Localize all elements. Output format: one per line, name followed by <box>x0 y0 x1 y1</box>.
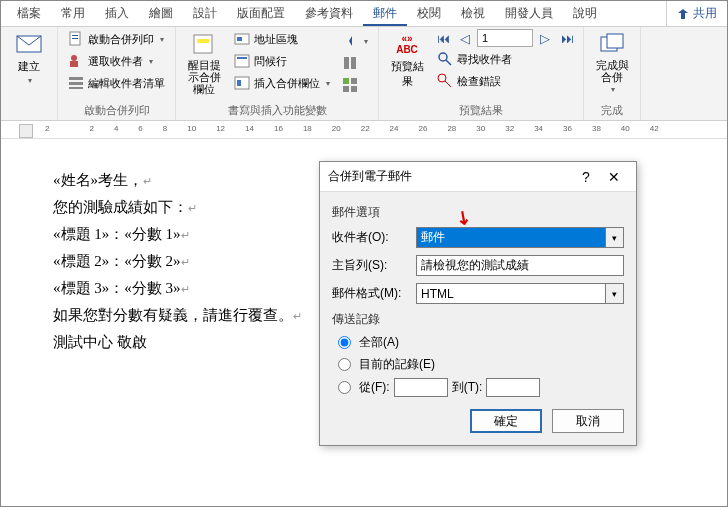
svg-rect-17 <box>344 57 349 69</box>
group-finish: 完成與合併 ▾ 完成 <box>584 27 641 120</box>
rules-button[interactable]: ▾ <box>338 31 372 51</box>
share-label: 共用 <box>693 5 717 22</box>
share-button[interactable]: 共用 <box>666 1 727 26</box>
group-start-merge: 啟動合併列印▾ 選取收件者▾ 編輯收件者清單 啟動合併列印 <box>58 27 176 120</box>
update-icon <box>342 77 358 93</box>
address-block-button[interactable]: 地址區塊 <box>230 29 334 49</box>
svg-rect-21 <box>343 86 349 92</box>
svg-rect-18 <box>351 57 356 69</box>
svg-rect-2 <box>72 35 78 36</box>
tab-insert[interactable]: 插入 <box>95 1 139 26</box>
address-icon <box>234 31 250 47</box>
btn-label: 問候行 <box>254 54 287 69</box>
tab-layout[interactable]: 版面配置 <box>227 1 295 26</box>
radio-all[interactable]: 全部(A) <box>338 334 624 351</box>
svg-rect-13 <box>235 55 249 67</box>
record-number-input[interactable] <box>477 29 533 47</box>
finish-icon <box>598 31 626 57</box>
group-label: 預覽結果 <box>385 103 577 120</box>
subject-label: 主旨列(S): <box>332 257 410 274</box>
create-button[interactable]: 建立 ▾ <box>7 29 51 87</box>
tab-file[interactable]: 檔案 <box>7 1 51 26</box>
people-icon <box>68 53 84 69</box>
create-label: 建立 <box>18 59 40 74</box>
preview-results-button[interactable]: «»ABC 預覽結果 <box>385 29 429 91</box>
svg-rect-3 <box>72 38 78 39</box>
match-fields-button[interactable] <box>338 53 372 73</box>
radio-current[interactable]: 目前的記錄(E) <box>338 356 624 373</box>
cancel-button[interactable]: 取消 <box>552 409 624 433</box>
ok-button[interactable]: 確定 <box>470 409 542 433</box>
dialog-title: 合併到電子郵件 <box>328 168 572 185</box>
svg-rect-26 <box>607 34 623 48</box>
finish-merge-button[interactable]: 完成與合併 ▾ <box>590 29 634 96</box>
tab-draw[interactable]: 繪圖 <box>139 1 183 26</box>
tab-review[interactable]: 校閱 <box>407 1 451 26</box>
chevron-down-icon: ▾ <box>28 76 32 85</box>
prev-record-button[interactable]: ◁ <box>455 29 475 47</box>
start-mail-merge-button[interactable]: 啟動合併列印▾ <box>64 29 169 49</box>
dialog-help-button[interactable]: ? <box>572 169 600 185</box>
group-label <box>7 118 51 120</box>
btn-label: 選取收件者 <box>88 54 143 69</box>
share-icon <box>677 8 689 20</box>
first-record-button[interactable]: ⏮ <box>433 29 453 47</box>
btn-label: 醒目提示合併欄位 <box>184 59 224 95</box>
to-dropdown-button[interactable]: ▾ <box>606 227 624 248</box>
svg-rect-19 <box>343 78 349 84</box>
radio-range[interactable]: 從(F): 到(T): <box>338 378 624 397</box>
tab-mailings[interactable]: 郵件 <box>363 1 407 26</box>
btn-label: 插入合併欄位 <box>254 76 320 91</box>
btn-label: 檢查錯誤 <box>457 74 501 89</box>
dialog-close-button[interactable]: ✕ <box>600 169 628 185</box>
svg-rect-10 <box>197 39 209 43</box>
subject-input[interactable] <box>416 255 624 276</box>
find-recipient-button[interactable]: 尋找收件者 <box>433 49 577 69</box>
radio-all-input[interactable] <box>338 336 351 349</box>
tab-view[interactable]: 檢視 <box>451 1 495 26</box>
format-combo[interactable]: ▾ <box>416 283 624 304</box>
tab-design[interactable]: 設計 <box>183 1 227 26</box>
ribbon-tabs: 檔案 常用 插入 繪圖 設計 版面配置 參考資料 郵件 校閱 檢視 開發人員 說… <box>1 1 727 27</box>
select-recipients-button[interactable]: 選取收件者▾ <box>64 51 169 71</box>
chevron-down-icon: ▾ <box>611 85 615 94</box>
insert-merge-field-button[interactable]: 插入合併欄位▾ <box>230 73 334 93</box>
record-nav: ⏮ ◁ ▷ ⏭ <box>433 29 577 47</box>
check-errors-button[interactable]: 檢查錯誤 <box>433 71 577 91</box>
tab-help[interactable]: 說明 <box>563 1 607 26</box>
format-input[interactable] <box>416 283 606 304</box>
tab-developer[interactable]: 開發人員 <box>495 1 563 26</box>
to-input[interactable] <box>486 378 540 397</box>
to-combo[interactable]: ▾ <box>416 227 624 248</box>
envelope-icon <box>15 31 43 57</box>
group-preview: «»ABC 預覽結果 ⏮ ◁ ▷ ⏭ 尋找收件者 檢查錯誤 <box>379 27 584 120</box>
from-input[interactable] <box>394 378 448 397</box>
svg-rect-8 <box>69 87 83 89</box>
tab-home[interactable]: 常用 <box>51 1 95 26</box>
group-create: 建立 ▾ <box>1 27 58 120</box>
greeting-line-button[interactable]: 問候行 <box>230 51 334 71</box>
svg-point-24 <box>438 74 446 82</box>
svg-rect-5 <box>70 61 78 67</box>
svg-point-23 <box>439 53 447 61</box>
group-write-insert: 醒目提示合併欄位 地址區塊 問候行 插入合併欄位▾ ▾ <box>176 27 379 120</box>
svg-rect-6 <box>69 77 83 80</box>
svg-rect-9 <box>194 35 212 53</box>
tab-references[interactable]: 參考資料 <box>295 1 363 26</box>
edit-recipient-list-button[interactable]: 編輯收件者清單 <box>64 73 169 93</box>
next-record-button[interactable]: ▷ <box>535 29 555 47</box>
format-dropdown-button[interactable]: ▾ <box>606 283 624 304</box>
to-label: 到(T): <box>452 379 483 396</box>
horizontal-ruler[interactable]: 224681012141618202224262830323436384042 <box>1 121 727 139</box>
to-input[interactable] <box>416 227 606 248</box>
radio-current-input[interactable] <box>338 358 351 371</box>
btn-label: 尋找收件者 <box>457 52 512 67</box>
radio-range-input[interactable] <box>338 381 351 394</box>
highlight-fields-button[interactable]: 醒目提示合併欄位 <box>182 29 226 97</box>
svg-rect-20 <box>351 78 357 84</box>
last-record-button[interactable]: ⏭ <box>557 29 577 47</box>
svg-rect-16 <box>237 80 241 86</box>
match-icon <box>342 55 358 71</box>
group-label: 書寫與插入功能變數 <box>182 103 372 120</box>
update-labels-button[interactable] <box>338 75 372 95</box>
